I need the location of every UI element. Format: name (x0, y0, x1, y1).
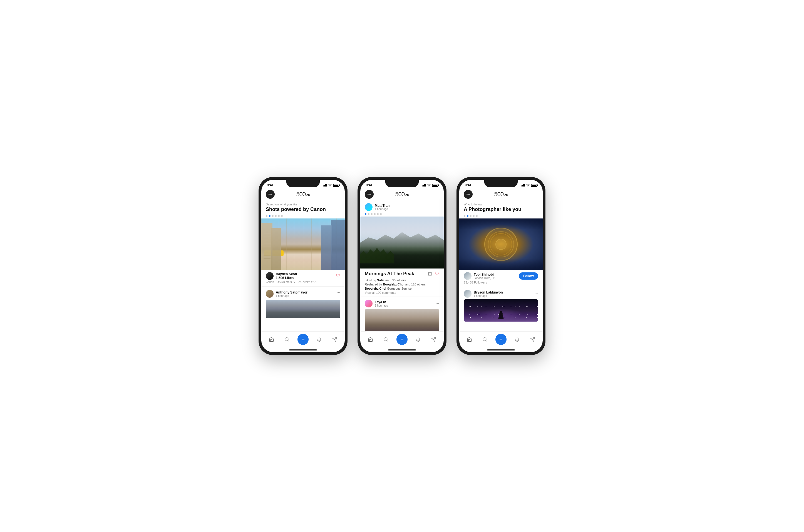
phone-3: 9:41 500px (456, 177, 545, 355)
svg-point-1 (384, 338, 387, 341)
pagination-dots-3 (459, 213, 543, 218)
section-subtitle-3: Who to follow (464, 203, 538, 206)
second-post-image-2 (365, 309, 439, 331)
notch-3 (484, 180, 518, 187)
status-time-3: 9:41 (465, 183, 471, 187)
section-header-1: Based on what you like Shots powered by … (261, 201, 345, 213)
search-nav-1[interactable] (282, 335, 292, 344)
second-post-image-3 (464, 299, 538, 322)
dot-3-1 (464, 215, 465, 217)
second-author-2: Taya Iv 1 hour ago (365, 300, 388, 307)
likes-text-2: Liked by Sofia and 729 others (360, 278, 444, 282)
section-title-1: Shots powered by Canon (266, 207, 340, 212)
send-icon-1 (332, 337, 337, 342)
bell-nav-3[interactable] (512, 335, 522, 344)
home-nav-3[interactable] (464, 335, 474, 344)
comment-text-2: Boogiebz Choi Gorgeous Sunrise (360, 286, 444, 291)
bell-nav-2[interactable] (413, 335, 423, 344)
divider-2 (360, 297, 444, 297)
author-avatar-2 (365, 203, 373, 211)
home-indicator-3 (487, 349, 515, 350)
second-author-avatar-1 (266, 290, 274, 298)
app-logo-1: 500PX (296, 191, 310, 198)
search-nav-3[interactable] (480, 335, 490, 344)
more-button-2[interactable]: ··· (436, 205, 439, 210)
battery-icon-3 (531, 184, 537, 187)
phones-container: 9:41 500px (259, 177, 545, 355)
section-subtitle-1: Based on what you like (266, 203, 340, 206)
follow-profile-row: Tobi Shinobi London Town, UK ··· Follow (459, 270, 543, 281)
post-author-2: Matt Tran 1 hour ago (365, 203, 390, 211)
second-more-2[interactable]: ··· (436, 301, 439, 306)
phone-2: 9:41 500px (357, 177, 447, 355)
home-icon-2 (368, 337, 373, 342)
heart-icon-2[interactable]: ♡ (435, 271, 439, 277)
signal-icon-1 (323, 184, 327, 187)
status-time-1: 9:41 (267, 183, 274, 187)
divider-1 (261, 286, 345, 287)
post-author-1: Hayden Scott 1,506 Likes (266, 272, 297, 280)
status-icons-2 (422, 184, 438, 187)
follow-button[interactable]: Follow (519, 272, 538, 280)
search-icon-1 (284, 337, 290, 342)
app-logo-3: 500PX (494, 191, 508, 198)
like-count-1: 1,506 Likes (276, 276, 297, 280)
camera-info-1: Canon EOS 5D Mark IV + 24-70mm f/2.8 (261, 281, 345, 285)
pagination-dots-1 (261, 213, 345, 218)
featured-name: Tobi Shinobi (474, 273, 496, 277)
add-nav-1[interactable]: + (297, 334, 308, 345)
search-nav-2[interactable] (381, 335, 391, 344)
second-more-btn-1[interactable]: ··· (337, 290, 340, 295)
send-nav-3[interactable] (528, 335, 538, 344)
post-title-row-2: Mornings At The Peak ⊡ ♡ (360, 268, 444, 278)
home-indicator-1 (289, 349, 317, 350)
home-nav-1[interactable] (266, 335, 276, 344)
send-icon-3 (530, 337, 536, 342)
second-post-1: Anthony Satomayor 1 hour ago ··· (261, 288, 345, 300)
dot-1-1 (266, 215, 267, 217)
send-nav-1[interactable] (330, 335, 340, 344)
featured-more-btn[interactable]: ··· (513, 273, 517, 279)
second-avatar-3 (464, 290, 471, 298)
more-button-1[interactable]: ··· (330, 273, 333, 279)
bottom-nav-3: + (459, 331, 543, 349)
author-avatar-1 (266, 272, 274, 280)
action-icons-2: ⊡ ♡ (428, 271, 439, 277)
dot-1-5 (278, 215, 280, 217)
dot-2-2 (368, 213, 370, 215)
bottom-nav-1: + (261, 331, 345, 349)
notch-1 (286, 180, 320, 187)
second-post-time-1: 1 hour ago (276, 294, 307, 298)
reshare-text-2: Reshared by Boogiebz Choi and 120 others (360, 282, 444, 286)
section-title-3: A Photographer like you (464, 207, 538, 212)
divider-3 (459, 287, 543, 287)
section-header-3: Who to follow A Photographer like you (459, 201, 543, 213)
dot-3-4 (473, 215, 474, 217)
second-avatar-2 (365, 300, 373, 307)
bell-nav-1[interactable] (314, 335, 324, 344)
home-nav-2[interactable] (365, 335, 375, 344)
add-icon-1: + (301, 336, 305, 343)
dot-1-6 (281, 215, 283, 217)
signal-icon-3 (521, 184, 525, 187)
dot-2-5 (377, 213, 379, 215)
share-icon-2[interactable]: ⊡ (428, 271, 432, 277)
app-header-3: 500px 500PX (459, 188, 543, 201)
add-nav-2[interactable]: + (396, 334, 408, 345)
heart-button-1[interactable]: ♡ (336, 273, 340, 279)
view-comments-2[interactable]: View all 100 comments (360, 291, 444, 296)
dot-2-4 (374, 213, 376, 215)
status-icons-3 (521, 184, 537, 187)
second-more-3[interactable]: ··· (535, 291, 538, 296)
post-image-1 (261, 218, 345, 270)
second-author-3: Bryson LaMunyon 1 hour ago (464, 290, 503, 298)
add-nav-3[interactable]: + (496, 334, 507, 345)
second-author-name-1: Anthony Satomayor (276, 290, 307, 294)
second-time-2: 1 hour ago (375, 304, 388, 307)
featured-location: London Town, UK (474, 277, 496, 280)
wifi-icon-3 (526, 184, 530, 187)
battery-icon-2 (432, 184, 438, 187)
signal-icon-2 (422, 184, 426, 187)
dot-3-5 (476, 215, 478, 217)
send-nav-2[interactable] (429, 335, 439, 344)
